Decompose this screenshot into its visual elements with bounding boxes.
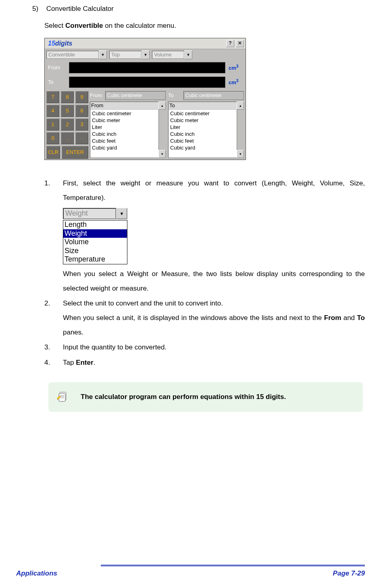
from-list-header: From	[90, 102, 158, 110]
weight-dd-list[interactable]: Length Weight Volume Size Temperature	[63, 220, 127, 264]
list-item[interactable]: Cubic centimeter	[169, 110, 236, 117]
footer: Applications Page 7-29	[16, 569, 365, 578]
note-box: The calculator program can perform equat…	[48, 382, 363, 412]
step-3-text: Input the quantity to be converted.	[63, 340, 365, 355]
list-item[interactable]: Cubic meter	[169, 117, 236, 124]
from-display[interactable]	[69, 62, 225, 73]
scroll-down-icon[interactable]: ▾	[158, 150, 166, 158]
unit-from-label: From	[90, 92, 104, 99]
chevron-down-icon[interactable]: ▼	[116, 208, 127, 219]
step-1-num: 1.	[44, 176, 63, 205]
footer-left: Applications	[16, 569, 57, 578]
key-7[interactable]: 7	[46, 91, 59, 103]
step-3-num: 3.	[44, 340, 63, 355]
to-display	[69, 77, 225, 88]
combo-top-label: Top	[109, 51, 142, 59]
step-4-text: Tap Enter.	[63, 355, 365, 370]
key-4[interactable]: 4	[46, 105, 59, 117]
key-5[interactable]: 5	[61, 105, 74, 117]
combo-volume-label: Volume	[152, 51, 184, 59]
from-label: From	[48, 64, 66, 71]
unit-from-field[interactable]: Cubic centimete	[105, 91, 166, 100]
intro-suffix: on the calculator menu.	[103, 22, 176, 29]
key-3[interactable]: 3	[75, 118, 88, 131]
list-item[interactable]: Cubic centimeter	[91, 110, 158, 117]
calc-titlebar: 15digits ? ✕	[45, 38, 246, 49]
dd-item-volume[interactable]: Volume	[63, 238, 127, 247]
to-unit: cm3	[229, 78, 243, 87]
keypad: 7 8 9 4 5 6 1 2 3 0 . → CLR ENTER	[46, 91, 88, 158]
list-item[interactable]: Liter	[91, 124, 158, 131]
chevron-down-icon[interactable]: ▼	[99, 50, 107, 59]
calculator-window: 15digits ? ✕ Convertible ▼ Top ▼ Volume …	[44, 38, 246, 160]
calc-title: 15digits	[46, 39, 72, 48]
chevron-down-icon[interactable]: ▼	[142, 50, 150, 59]
note-icon	[56, 391, 69, 403]
section-header: 5) Convertible Calculator	[32, 4, 365, 14]
combo-top[interactable]: Top ▼	[109, 50, 150, 59]
footer-right: Page 7-29	[333, 569, 365, 578]
dd-item-size[interactable]: Size	[63, 247, 127, 256]
key-dot[interactable]: .	[61, 132, 74, 144]
step-1-text: First, select the weight or measure you …	[63, 176, 365, 205]
key-6[interactable]: 6	[75, 105, 88, 117]
weight-dd-field[interactable]: Weight	[63, 208, 116, 219]
to-list-header: To	[169, 102, 237, 110]
calc-title-digits: digits	[55, 40, 73, 47]
footer-rule	[16, 565, 365, 566]
intro-prefix: Select	[44, 22, 65, 29]
step-2a-text: Select the unit to convert and the unit …	[63, 296, 365, 311]
from-unit: cm3	[229, 64, 243, 72]
step-4-num: 4.	[44, 355, 63, 370]
key-9[interactable]: 9	[75, 91, 88, 103]
unit-to-field[interactable]: Cubic centimeter	[183, 91, 244, 100]
unit-to-label: To	[168, 92, 182, 99]
step-2b-text: When you select a unit, it is displayed …	[63, 311, 365, 339]
key-enter[interactable]: ENTER	[62, 146, 88, 159]
calc-title-15: 15	[48, 40, 55, 47]
key-0[interactable]: 0	[46, 132, 59, 144]
list-item[interactable]: Cubic meter	[91, 117, 158, 124]
combo-convertible[interactable]: Convertible ▼	[46, 50, 107, 59]
help-icon[interactable]: ?	[226, 40, 234, 47]
list-item[interactable]: Cubic feet	[169, 137, 236, 144]
key-2[interactable]: 2	[61, 118, 74, 131]
key-clr[interactable]: CLR	[46, 146, 60, 159]
dd-item-weight[interactable]: Weight	[63, 229, 127, 238]
section-title: Convertible Calculator	[46, 5, 114, 12]
to-list[interactable]: To Cubic centimeter Cubic meter Liter Cu…	[168, 102, 237, 158]
list-item[interactable]: Cubic inch	[91, 131, 158, 137]
intro-line: Select Convertible on the calculator men…	[44, 21, 365, 31]
step-2-num: 2.	[44, 296, 63, 339]
list-item[interactable]: Cubic inch	[169, 131, 236, 137]
weight-dropdown: Weight ▼ Length Weight Volume Size Tempe…	[63, 208, 127, 264]
dd-item-length[interactable]: Length	[63, 220, 127, 229]
scroll-up-icon[interactable]: ▴	[158, 102, 166, 110]
step-1b-text: When you select a Weight or Measure, the…	[63, 267, 365, 295]
key-1[interactable]: 1	[46, 118, 59, 131]
note-text: The calculator program can perform equat…	[81, 392, 286, 402]
combo-volume[interactable]: Volume ▼	[152, 50, 192, 59]
scroll-up-icon[interactable]: ▴	[237, 102, 244, 110]
close-icon[interactable]: ✕	[236, 40, 244, 47]
list-item[interactable]: Cubic yard	[169, 144, 236, 151]
combo-convertible-label: Convertible	[46, 51, 99, 59]
key-arrow[interactable]: →	[75, 132, 88, 144]
list-item[interactable]: Cubic feet	[91, 137, 158, 144]
chevron-down-icon[interactable]: ▼	[184, 50, 192, 59]
scroll-down-icon[interactable]: ▾	[237, 150, 244, 158]
to-label: To	[48, 79, 66, 86]
dd-item-temperature[interactable]: Temperature	[63, 255, 127, 264]
list-item[interactable]: Cubic yard	[91, 144, 158, 151]
intro-bold: Convertible	[65, 22, 103, 29]
from-list[interactable]: From Cubic centimeter Cubic meter Liter …	[90, 102, 159, 158]
list-item[interactable]: Liter	[169, 124, 236, 131]
key-8[interactable]: 8	[61, 91, 74, 103]
section-number: 5)	[32, 4, 44, 14]
